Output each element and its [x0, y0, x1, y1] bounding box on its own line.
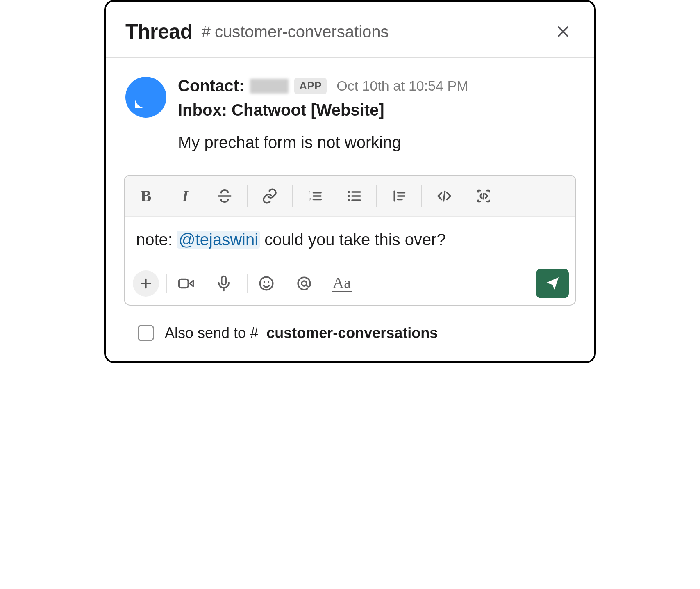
- bottom-divider: [166, 274, 167, 293]
- svg-rect-25: [222, 276, 226, 285]
- format-toolbar: B I 1 2: [125, 176, 575, 217]
- svg-text:2: 2: [309, 196, 311, 201]
- strikethrough-icon: [216, 188, 233, 204]
- avatar[interactable]: [125, 77, 166, 118]
- ordered-list-icon: 1 2: [307, 188, 323, 204]
- bulleted-list-button[interactable]: [334, 180, 374, 212]
- composer-text-trailing: could you take this over?: [260, 231, 446, 249]
- svg-line-20: [483, 193, 484, 199]
- link-icon: [261, 188, 278, 204]
- mention-button[interactable]: [289, 269, 319, 298]
- chatwoot-avatar-icon: [125, 77, 166, 118]
- ordered-list-button[interactable]: 1 2: [295, 180, 334, 212]
- code-block-icon: [475, 188, 492, 204]
- send-icon: [544, 275, 561, 292]
- video-button[interactable]: [171, 269, 201, 298]
- svg-point-13: [348, 195, 350, 197]
- toolbar-divider: [292, 185, 293, 207]
- strikethrough-button[interactable]: [205, 180, 244, 212]
- also-send-channel: # customer-conversations: [250, 324, 438, 341]
- also-send-row: Also send to # customer-conversations: [106, 310, 594, 361]
- toolbar-divider: [247, 185, 248, 207]
- code-icon: [436, 188, 452, 204]
- svg-point-2: [125, 77, 166, 118]
- code-button[interactable]: [425, 180, 464, 212]
- link-button[interactable]: [250, 180, 289, 212]
- also-send-label[interactable]: Also send to # customer-conversations: [165, 324, 438, 342]
- svg-point-30: [302, 281, 307, 286]
- toolbar-divider: [376, 185, 377, 207]
- also-send-checkbox[interactable]: [138, 325, 154, 341]
- bold-icon: B: [141, 186, 152, 205]
- message-header-line: Contact: APP Oct 10th at 10:54 PM: [178, 77, 575, 95]
- app-badge: APP: [294, 78, 327, 94]
- message-text: My prechat form is not working: [178, 133, 575, 152]
- message-row: Contact: APP Oct 10th at 10:54 PM Inbox:…: [106, 58, 594, 163]
- emoji-icon: [258, 275, 275, 292]
- inbox-line: Inbox: Chatwoot [Website]: [178, 101, 575, 119]
- svg-marker-24: [190, 281, 193, 286]
- channel-chip[interactable]: # customer-conversations: [202, 23, 389, 41]
- composer-text-prefix: note:: [136, 231, 177, 249]
- thread-panel: Thread # customer-conversations Contact:…: [104, 0, 596, 363]
- contact-label: Contact:: [178, 77, 244, 95]
- svg-point-14: [348, 199, 350, 201]
- blockquote-icon: [391, 188, 407, 204]
- code-block-button[interactable]: [464, 180, 503, 212]
- bold-button[interactable]: B: [126, 180, 166, 212]
- channel-name: customer-conversations: [215, 23, 389, 41]
- video-icon: [177, 275, 195, 292]
- close-button[interactable]: [552, 20, 575, 43]
- emoji-button[interactable]: [252, 269, 281, 298]
- microphone-icon: [215, 275, 232, 292]
- svg-line-19: [443, 191, 445, 201]
- attach-button[interactable]: [133, 270, 159, 297]
- thread-title: Thread: [125, 20, 193, 43]
- formatting-icon: Aa: [332, 275, 352, 292]
- blockquote-button[interactable]: [380, 180, 419, 212]
- toolbar-divider: [421, 185, 422, 207]
- composer: B I 1 2: [124, 175, 576, 306]
- svg-point-29: [268, 281, 269, 283]
- svg-point-27: [260, 277, 273, 290]
- italic-icon: I: [182, 186, 189, 205]
- mention[interactable]: @tejaswini: [177, 231, 260, 249]
- audio-button[interactable]: [209, 269, 239, 298]
- message-body: Contact: APP Oct 10th at 10:54 PM Inbox:…: [178, 77, 575, 152]
- bottom-divider: [247, 274, 248, 293]
- hash-icon: #: [202, 23, 211, 41]
- svg-point-28: [264, 281, 265, 283]
- composer-input[interactable]: note: @tejaswini could you take this ove…: [125, 217, 575, 267]
- svg-rect-23: [179, 279, 189, 288]
- formatting-toggle-button[interactable]: Aa: [327, 269, 357, 298]
- send-button[interactable]: [536, 269, 569, 298]
- at-icon: [295, 275, 313, 292]
- bulleted-list-icon: [346, 188, 362, 204]
- composer-bottom-bar: Aa: [125, 267, 575, 305]
- plus-icon: [139, 277, 152, 290]
- italic-button[interactable]: I: [166, 180, 205, 212]
- contact-name-redacted: [250, 79, 289, 94]
- hash-icon: #: [250, 324, 262, 341]
- timestamp[interactable]: Oct 10th at 10:54 PM: [336, 78, 468, 94]
- svg-text:1: 1: [309, 189, 311, 195]
- thread-header: Thread # customer-conversations: [106, 2, 594, 58]
- close-icon: [555, 24, 571, 39]
- svg-point-12: [348, 191, 350, 193]
